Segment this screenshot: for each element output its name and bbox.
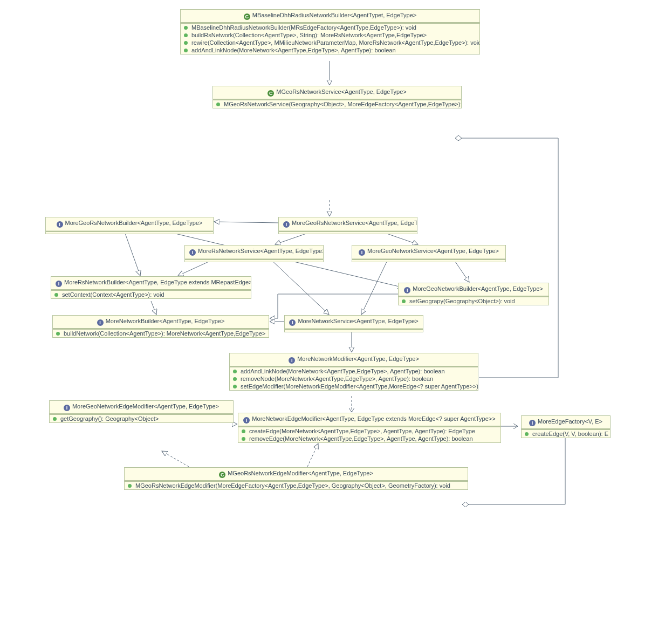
member-sig: removeEdge(MoreNetwork<AgentType,EdgeTyp… bbox=[249, 435, 473, 442]
interface-morenetworkbuilder[interactable]: IMoreNetworkBuilder<AgentType, EdgeType>… bbox=[52, 315, 269, 338]
class-icon: C bbox=[244, 13, 250, 20]
type-name: MoreGeoNetworkEdgeModifier<AgentType, Ed… bbox=[72, 403, 219, 410]
type-name: MBaselineDhhRadiusNetworkBuilder<AgentTy… bbox=[252, 12, 417, 18]
type-name: MoreNetworkService<AgentType, EdgeType> bbox=[298, 318, 418, 324]
type-title: IMoreGeoNetworkBuilder<AgentType, EdgeTy… bbox=[399, 283, 548, 296]
interface-morersnetworkservice[interactable]: IMoreRsNetworkService<AgentType, EdgeTyp… bbox=[184, 245, 324, 262]
type-name: MoreRsNetworkBuilder<AgentType, EdgeType… bbox=[64, 279, 251, 285]
interface-icon: I bbox=[97, 319, 104, 326]
class-mbaseline[interactable]: CMBaselineDhhRadiusNetworkBuilder<AgentT… bbox=[180, 9, 480, 54]
type-name: MGeoRsNetworkService<AgentType, EdgeType… bbox=[276, 88, 407, 95]
member-row[interactable]: createEdge(MoreNetwork<AgentType,EdgeTyp… bbox=[238, 427, 500, 435]
type-title: CMGeoRsNetworkService<AgentType, EdgeTyp… bbox=[213, 86, 461, 99]
member-sig: MGeoRsNetworkService(Geography<Object>, … bbox=[224, 101, 461, 107]
type-name: MoreGeoNetworkBuilder<AgentType, EdgeTyp… bbox=[413, 285, 543, 292]
interface-icon: I bbox=[243, 417, 250, 424]
svg-line-5 bbox=[124, 230, 140, 276]
type-title: IMoreRsNetworkBuilder<AgentType, EdgeTyp… bbox=[51, 277, 251, 290]
svg-line-16 bbox=[162, 451, 189, 467]
class-mgeorsnetworkservice[interactable]: CMGeoRsNetworkService<AgentType, EdgeTyp… bbox=[212, 86, 462, 108]
type-name: MoreNetworkModifier<AgentType, EdgeType> bbox=[297, 356, 419, 362]
class-icon: C bbox=[219, 472, 225, 478]
interface-icon: I bbox=[529, 420, 536, 426]
interface-moregeorsnetworkbuilder[interactable]: IMoreGeoRsNetworkBuilder<AgentType, Edge… bbox=[45, 217, 214, 234]
interface-icon: I bbox=[359, 249, 365, 256]
type-title: IMoreGeoNetworkService<AgentType, EdgeTy… bbox=[352, 245, 505, 260]
type-title: IMoreNetworkService<AgentType, EdgeType> bbox=[285, 316, 423, 330]
interface-moregeonetworkedgemodifier[interactable]: IMoreGeoNetworkEdgeModifier<AgentType, E… bbox=[49, 400, 234, 423]
class-mgeorsnetworkedgemodifier[interactable]: CMGeoRsNetworkEdgeModifier<AgentType, Ed… bbox=[124, 467, 468, 490]
member-row[interactable]: addAndLinkNode(MoreNetwork<AgentType,Edg… bbox=[181, 46, 479, 54]
member-row[interactable]: createEdge(V, V, boolean): E bbox=[522, 430, 610, 438]
member-sig: createEdge(MoreNetwork<AgentType,EdgeTyp… bbox=[249, 428, 475, 434]
interface-morenetworkservice[interactable]: IMoreNetworkService<AgentType, EdgeType> bbox=[284, 315, 423, 332]
member-row[interactable]: removeEdge(MoreNetwork<AgentType,EdgeTyp… bbox=[238, 435, 500, 442]
svg-line-10 bbox=[361, 258, 388, 315]
member-row[interactable]: setGeograpy(Geography<Object>): void bbox=[399, 297, 548, 305]
member-row[interactable]: buildNetwork(Collection<AgentType>): Mor… bbox=[53, 330, 269, 337]
member-sig: addAndLinkNode(MoreNetwork<AgentType,Edg… bbox=[191, 47, 396, 53]
type-title: IMoreNetworkEdgeModifier<AgentType, Edge… bbox=[238, 413, 500, 426]
interface-icon: I bbox=[189, 249, 196, 256]
type-name: MoreEdgeFactory<V, E> bbox=[538, 418, 602, 425]
member-row[interactable]: getGeography(): Geography<Object> bbox=[50, 415, 233, 422]
member-sig: addAndLinkNode(MoreNetwork<AgentType,Edg… bbox=[241, 368, 445, 374]
member-sig: getGeography(): Geography<Object> bbox=[60, 415, 159, 422]
type-name: MoreGeoNetworkService<AgentType, EdgeTyp… bbox=[367, 248, 499, 254]
interface-icon: I bbox=[57, 221, 63, 228]
member-row[interactable]: setContext(Context<AgentType>): void bbox=[51, 291, 251, 298]
type-title: IMoreNetworkModifier<AgentType, EdgeType… bbox=[230, 353, 478, 366]
member-sig: removeNode(MoreNetwork<AgentType,EdgeTyp… bbox=[241, 376, 433, 382]
class-icon: C bbox=[268, 90, 274, 97]
interface-icon: I bbox=[289, 319, 296, 326]
member-sig: createEdge(V, V, boolean): E bbox=[532, 431, 608, 437]
member-row[interactable]: removeNode(MoreNetwork<AgentType,EdgeTyp… bbox=[230, 375, 478, 383]
member-sig: MBaselineDhhRadiusNetworkBuilder(MRsEdge… bbox=[191, 24, 416, 31]
interface-icon: I bbox=[289, 357, 295, 364]
svg-line-2 bbox=[214, 222, 278, 223]
interface-moreedgefactory[interactable]: IMoreEdgeFactory<V, E>createEdge(V, V, b… bbox=[521, 415, 611, 438]
type-name: MGeoRsNetworkEdgeModifier<AgentType, Edg… bbox=[228, 470, 373, 476]
member-sig: setEdgeModifier(MoreNetworkEdgeModifier<… bbox=[241, 383, 478, 390]
interface-morenetworkedgemodifier[interactable]: IMoreNetworkEdgeModifier<AgentType, Edge… bbox=[238, 413, 501, 443]
interface-icon: I bbox=[64, 405, 70, 411]
type-title: IMoreGeoRsNetworkService<AgentType, Edge… bbox=[279, 217, 417, 231]
type-title: IMoreNetworkBuilder<AgentType, EdgeType> bbox=[53, 316, 269, 329]
interface-morersnetworkbuilder[interactable]: IMoreRsNetworkBuilder<AgentType, EdgeTyp… bbox=[51, 276, 251, 299]
interface-moregeorsnetworkservice[interactable]: IMoreGeoRsNetworkService<AgentType, Edge… bbox=[278, 217, 417, 234]
svg-line-17 bbox=[307, 443, 318, 467]
svg-line-8 bbox=[270, 258, 329, 315]
interface-moregeonetworkservice[interactable]: IMoreGeoNetworkService<AgentType, EdgeTy… bbox=[352, 245, 506, 262]
member-row[interactable]: addAndLinkNode(MoreNetwork<AgentType,Edg… bbox=[230, 367, 478, 375]
member-sig: MGeoRsNetworkEdgeModifier(MoreEdgeFactor… bbox=[135, 482, 450, 489]
type-name: MoreNetworkBuilder<AgentType, EdgeType> bbox=[106, 318, 225, 324]
interface-icon: I bbox=[404, 287, 410, 294]
member-row[interactable]: setEdgeModifier(MoreNetworkEdgeModifier<… bbox=[230, 383, 478, 390]
member-sig: rewire(Collection<AgentType>, MMilieuNet… bbox=[191, 39, 479, 46]
member-row[interactable]: MGeoRsNetworkService(Geography<Object>, … bbox=[213, 100, 461, 108]
type-name: MoreGeoRsNetworkService<AgentType, EdgeT… bbox=[292, 220, 417, 226]
member-row[interactable]: MGeoRsNetworkEdgeModifier(MoreEdgeFactor… bbox=[125, 482, 468, 489]
member-sig: buildNetwork(Collection<AgentType>): Mor… bbox=[64, 330, 265, 337]
interface-morenetworkmodifier[interactable]: IMoreNetworkModifier<AgentType, EdgeType… bbox=[229, 353, 478, 391]
member-row[interactable]: rewire(Collection<AgentType>, MMilieuNet… bbox=[181, 39, 479, 46]
type-title: IMoreGeoNetworkEdgeModifier<AgentType, E… bbox=[50, 401, 233, 414]
type-name: MoreGeoRsNetworkBuilder<AgentType, EdgeT… bbox=[65, 220, 203, 226]
type-title: IMoreGeoRsNetworkBuilder<AgentType, Edge… bbox=[46, 217, 213, 231]
type-title: CMBaselineDhhRadiusNetworkBuilder<AgentT… bbox=[181, 10, 479, 23]
type-title: CMGeoRsNetworkEdgeModifier<AgentType, Ed… bbox=[125, 468, 468, 481]
svg-line-11 bbox=[151, 301, 156, 315]
member-sig: buildRsNetwork(Collection<AgentType>, St… bbox=[191, 32, 427, 38]
member-row[interactable]: MBaselineDhhRadiusNetworkBuilder(MRsEdge… bbox=[181, 24, 479, 31]
type-title: IMoreRsNetworkService<AgentType, EdgeTyp… bbox=[185, 245, 323, 260]
interface-moregeonetworkbuilder[interactable]: IMoreGeoNetworkBuilder<AgentType, EdgeTy… bbox=[398, 283, 549, 305]
interface-icon: I bbox=[56, 281, 62, 287]
type-name: MoreNetworkEdgeModifier<AgentType, EdgeT… bbox=[252, 415, 495, 422]
member-sig: setGeograpy(Geography<Object>): void bbox=[409, 298, 515, 304]
type-name: MoreRsNetworkService<AgentType, EdgeType… bbox=[198, 248, 323, 254]
member-sig: setContext(Context<AgentType>): void bbox=[62, 291, 164, 298]
type-title: IMoreEdgeFactory<V, E> bbox=[522, 416, 610, 429]
member-row[interactable]: buildRsNetwork(Collection<AgentType>, St… bbox=[181, 31, 479, 39]
interface-icon: I bbox=[283, 221, 290, 228]
